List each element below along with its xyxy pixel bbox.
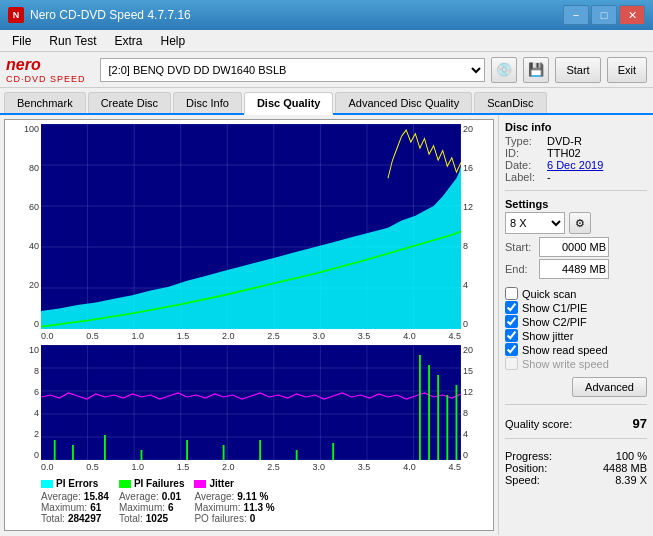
pi-errors-max-label: Maximum: (41, 502, 87, 513)
quality-label: Quality score: (505, 418, 572, 430)
lower-y-right-0: 20 (463, 345, 487, 355)
upper-y-left-5: 0 (11, 319, 39, 329)
read-speed-checkbox[interactable] (505, 343, 518, 356)
jitter-max-label: Maximum: (194, 502, 240, 513)
upper-y-right-2: 12 (463, 202, 487, 212)
disc-icon-button[interactable]: 💿 (491, 57, 517, 83)
toolbar: nero CD·DVD SPEED [2:0] BENQ DVD DD DW16… (0, 52, 653, 88)
tabs-bar: Benchmark Create Disc Disc Info Disc Qua… (0, 88, 653, 115)
upper-y-left-3: 40 (11, 241, 39, 251)
jitter-checkbox[interactable] (505, 329, 518, 342)
maximize-button[interactable]: □ (591, 5, 617, 25)
jitter-title: Jitter (209, 478, 233, 489)
save-icon-button[interactable]: 💾 (523, 57, 549, 83)
end-row: End: (505, 259, 647, 279)
upper-y-right-4: 4 (463, 280, 487, 290)
settings-icon-btn[interactable]: ⚙ (569, 212, 591, 234)
read-speed-label: Show read speed (522, 344, 608, 356)
disc-id-label: ID: (505, 147, 543, 159)
pi-errors-color (41, 480, 53, 488)
quick-scan-checkbox[interactable] (505, 287, 518, 300)
c2pif-checkbox[interactable] (505, 315, 518, 328)
speed-select[interactable]: 8 X (505, 212, 565, 234)
logo-sub: CD·DVD SPEED (6, 74, 86, 84)
tab-scandisc[interactable]: ScanDisc (474, 92, 546, 113)
menu-help[interactable]: Help (153, 32, 194, 50)
advanced-button[interactable]: Advanced (572, 377, 647, 397)
divider-1 (505, 190, 647, 191)
pi-errors-title: PI Errors (56, 478, 98, 489)
start-button[interactable]: Start (555, 57, 600, 83)
pi-failures-avg-label: Average: (119, 491, 159, 502)
pi-failures-total-value: 1025 (146, 513, 168, 524)
upper-x-labels: 0.00.51.01.52.02.53.03.54.04.5 (41, 331, 461, 341)
lower-y-right-3: 8 (463, 408, 487, 418)
chart-area: 100 80 60 40 20 0 20 16 12 8 4 0 (4, 119, 494, 531)
drive-select[interactable]: [2:0] BENQ DVD DD DW1640 BSLB (100, 58, 486, 82)
pi-failures-legend: PI Failures Average: 0.01 Maximum: 6 Tot… (119, 478, 185, 524)
lower-y-right-5: 0 (463, 450, 487, 460)
exit-button[interactable]: Exit (607, 57, 647, 83)
app-icon: N (8, 7, 24, 23)
write-speed-row: Show write speed (505, 357, 647, 370)
lower-y-left-0: 10 (11, 345, 39, 355)
pi-errors-avg-value: 15.84 (84, 491, 109, 502)
upper-y-right-0: 20 (463, 124, 487, 134)
speed-value: 8.39 X (615, 474, 647, 486)
legend: PI Errors Average: 15.84 Maximum: 61 Tot… (9, 476, 489, 526)
jitter-po-row: PO failures: 0 (194, 513, 274, 524)
pi-errors-total-value: 284297 (68, 513, 101, 524)
lower-y-left-4: 2 (11, 429, 39, 439)
menu-extra[interactable]: Extra (106, 32, 150, 50)
c1pie-checkbox[interactable] (505, 301, 518, 314)
pi-failures-color (119, 480, 131, 488)
pi-errors-max-value: 61 (90, 502, 101, 513)
menu-run-test[interactable]: Run Test (41, 32, 104, 50)
disc-label-value: - (547, 171, 551, 183)
disc-info-title: Disc info (505, 121, 647, 133)
lower-x-labels: 0.00.51.01.52.02.53.03.54.04.5 (41, 462, 461, 472)
write-speed-checkbox (505, 357, 518, 370)
jitter-max-value: 11.3 % (244, 502, 275, 513)
quality-row: Quality score: 97 (505, 416, 647, 431)
end-label: End: (505, 263, 535, 275)
tab-disc-info[interactable]: Disc Info (173, 92, 242, 113)
logo: nero CD·DVD SPEED (6, 56, 86, 84)
pi-failures-max-row: Maximum: 6 (119, 502, 185, 513)
jitter-avg-label: Average: (194, 491, 234, 502)
disc-label-label: Label: (505, 171, 543, 183)
jitter-max-row: Maximum: 11.3 % (194, 502, 274, 513)
position-row: Position: 4488 MB (505, 462, 647, 474)
quality-score: 97 (633, 416, 647, 431)
c1pie-row: Show C1/PIE (505, 301, 647, 314)
tab-create-disc[interactable]: Create Disc (88, 92, 171, 113)
upper-y-left-4: 20 (11, 280, 39, 290)
write-speed-label: Show write speed (522, 358, 609, 370)
menu-file[interactable]: File (4, 32, 39, 50)
pi-errors-total-row: Total: 284297 (41, 513, 109, 524)
position-label: Position: (505, 462, 547, 474)
title-bar: N Nero CD-DVD Speed 4.7.7.16 − □ ✕ (0, 0, 653, 30)
start-input[interactable] (539, 237, 609, 257)
lower-y-right-2: 12 (463, 387, 487, 397)
disc-id-row: ID: TTH02 (505, 147, 647, 159)
tab-disc-quality[interactable]: Disc Quality (244, 92, 334, 115)
disc-date-label: Date: (505, 159, 543, 171)
progress-value: 100 % (616, 450, 647, 462)
close-button[interactable]: ✕ (619, 5, 645, 25)
pi-errors-avg-label: Average: (41, 491, 81, 502)
disc-id-value: TTH02 (547, 147, 581, 159)
app-title: Nero CD-DVD Speed 4.7.7.16 (30, 8, 191, 22)
quick-scan-row: Quick scan (505, 287, 647, 300)
tab-benchmark[interactable]: Benchmark (4, 92, 86, 113)
upper-chart-svg (41, 124, 461, 329)
speed-row: 8 X ⚙ (505, 212, 647, 234)
speed-label: Speed: (505, 474, 540, 486)
c1pie-label: Show C1/PIE (522, 302, 587, 314)
tab-advanced-disc-quality[interactable]: Advanced Disc Quality (335, 92, 472, 113)
pi-failures-max-value: 6 (168, 502, 174, 513)
lower-y-left-3: 4 (11, 408, 39, 418)
speed-row: Speed: 8.39 X (505, 474, 647, 486)
minimize-button[interactable]: − (563, 5, 589, 25)
end-input[interactable] (539, 259, 609, 279)
